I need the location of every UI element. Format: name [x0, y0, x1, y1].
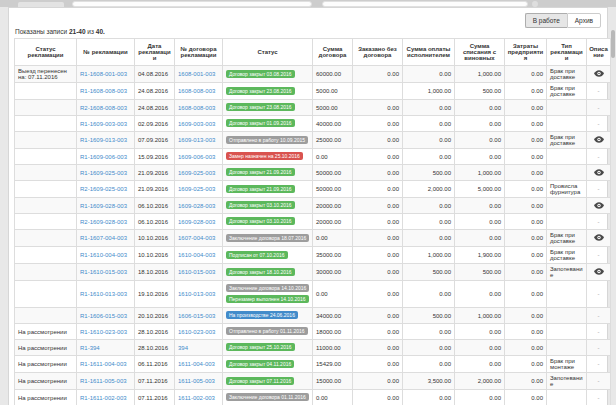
claim-type-cell	[547, 116, 587, 132]
claim-number-link[interactable]: R1-1610-013-003	[80, 291, 127, 297]
scrollbar-thumb[interactable]	[611, 30, 615, 58]
claim-number-link[interactable]: R1-1609-013-003	[80, 137, 127, 143]
contract-number-link[interactable]: 1608-008-003	[178, 105, 215, 111]
contract-number-link[interactable]: 1609-006-003	[178, 154, 215, 160]
expenses-cell: 0.00	[505, 247, 547, 264]
view-description-button[interactable]	[594, 268, 604, 275]
contract-number-link[interactable]: 1610-013-003	[178, 291, 215, 297]
claim-number-link[interactable]: R1-1610-015-003	[80, 269, 127, 275]
ordered-without-cell: 0.00	[353, 149, 403, 165]
claim-number-link[interactable]: R2-1609-028-003	[80, 219, 127, 225]
claim-number-link[interactable]: R1-1608-008-003	[80, 88, 127, 94]
expenses-cell: 0.00	[505, 149, 547, 165]
contract-number-link[interactable]: 1610-015-003	[178, 269, 215, 275]
contract-number-cell: 1611-005-003	[175, 373, 223, 390]
claim-date-cell: 28.10.2016	[135, 340, 175, 356]
claim-number-link[interactable]: R1-1611-005-003	[80, 378, 127, 384]
claim-number-link[interactable]: R1-1611-004-003	[80, 361, 127, 367]
contract-number-link[interactable]: 1609-025-003	[178, 170, 215, 176]
browser-chrome	[0, 0, 616, 7]
claim-type-cell	[547, 390, 587, 405]
writeoff-cell: 500.00	[455, 83, 505, 100]
claim-number-cell: R1-1610-013-003	[77, 281, 135, 308]
claim-number-link[interactable]: R1-1606-015-003	[80, 313, 127, 319]
contract-sum-cell: 20000.00	[313, 198, 353, 214]
payment-executor-cell: 0.00	[403, 281, 455, 308]
description-cell: -	[587, 308, 611, 324]
expenses-cell: 0.00	[505, 356, 547, 373]
writeoff-cell: 0.00	[455, 100, 505, 116]
table-row: На рассмотрении R1-1611-005-003 07.11.20…	[15, 373, 611, 390]
column-header-status: Статус	[223, 39, 313, 66]
view-description-button[interactable]	[594, 202, 604, 209]
claim-status-cell	[15, 308, 77, 324]
claim-number-link[interactable]: R2-1609-025-003	[80, 186, 127, 192]
claim-number-cell: R1-1609-003-003	[77, 116, 135, 132]
contract-number-link[interactable]: 1609-003-003	[178, 121, 215, 127]
claim-number-link[interactable]: R1-1609-003-003	[80, 121, 127, 127]
claim-status-cell: На рассмотрении	[15, 356, 77, 373]
claim-number-link[interactable]: R1-394	[80, 345, 100, 351]
claim-number-link[interactable]: R2-1608-008-003	[80, 105, 127, 111]
view-description-button[interactable]	[594, 234, 604, 241]
contract-number-link[interactable]: 1609-013-003	[178, 137, 215, 143]
expenses-cell: 0.00	[505, 181, 547, 198]
in-work-button[interactable]: В работе	[525, 13, 567, 28]
archive-button[interactable]: Архив	[567, 13, 601, 28]
column-header-claim-no: № рекламации	[77, 39, 135, 66]
writeoff-cell: 0.00	[455, 324, 505, 340]
contract-number-link[interactable]: 394	[178, 345, 188, 351]
claim-number-link[interactable]: R1-1609-028-003	[80, 203, 127, 209]
view-description-button[interactable]	[594, 136, 604, 143]
claim-number-link[interactable]: R1-1609-025-003	[80, 170, 127, 176]
contract-number-link[interactable]: 1611-004-003	[178, 361, 215, 367]
claim-status-cell	[15, 165, 77, 181]
claim-number-cell: R1-1609-025-003	[77, 165, 135, 181]
contract-number-link[interactable]: 1607-004-003	[178, 235, 215, 241]
status-badge: Договор закрыт 04.11.2016	[226, 360, 294, 368]
writeoff-cell: 0.00	[455, 198, 505, 214]
claim-number-link[interactable]: R1-1608-001-003	[80, 71, 127, 77]
claim-number-link[interactable]: R1-1607-004-003	[80, 235, 127, 241]
contract-number-link[interactable]: 1609-028-003	[178, 203, 215, 209]
claim-status-cell	[15, 116, 77, 132]
contract-number-link[interactable]: 1611-002-003	[178, 395, 215, 401]
view-description-button[interactable]	[594, 70, 604, 77]
ordered-without-cell: 0.00	[353, 100, 403, 116]
claim-number-link[interactable]: R1-1610-004-003	[80, 252, 127, 258]
ordered-without-cell	[353, 83, 403, 100]
contract-number-link[interactable]: 1611-005-003	[178, 378, 215, 384]
ordered-without-cell: 0.00	[353, 281, 403, 308]
writeoff-cell: 0.00	[455, 390, 505, 405]
contract-number-link[interactable]: 1609-025-003	[178, 186, 215, 192]
table-row: На рассмотрении R1-1610-023-003 28.10.20…	[15, 324, 611, 340]
claim-number-link[interactable]: R1-1611-002-003	[80, 395, 127, 401]
writeoff-cell: 5,000.00	[455, 181, 505, 198]
contract-number-link[interactable]: 1610-023-003	[178, 329, 215, 335]
contract-sum-cell: 25000.00	[313, 132, 353, 149]
expenses-cell: 0.00	[505, 264, 547, 281]
writeoff-cell: 1,000.00	[455, 308, 505, 324]
claim-number-link[interactable]: R1-1609-006-003	[80, 154, 127, 160]
contract-number-link[interactable]: 1608-001-003	[178, 71, 215, 77]
table-row: R1-1607-004-003 10.10.2016 1607-004-003 …	[15, 230, 611, 247]
contract-number-link[interactable]: 1610-004-003	[178, 252, 215, 258]
status-badges-cell: Договор закрыт 03.10.2016	[223, 214, 313, 230]
contract-number-link[interactable]: 1609-028-003	[178, 219, 215, 225]
contract-number-link[interactable]: 1608-008-003	[178, 88, 215, 94]
ordered-without-cell: 0.00	[353, 340, 403, 356]
description-cell: -	[587, 214, 611, 230]
contract-sum-cell: 40000.00	[313, 116, 353, 132]
writeoff-cell: 0.00	[455, 214, 505, 230]
payment-executor-cell: 0.00	[403, 132, 455, 149]
claim-number-link[interactable]: R1-1610-023-003	[80, 329, 127, 335]
status-badges-cell: Договор закрыт 21.09.2016	[223, 181, 313, 198]
contract-number-link[interactable]: 1606-015-003	[178, 313, 215, 319]
status-badges-cell: Отправлено в работу 10.09.2015	[223, 132, 313, 149]
view-description-button[interactable]	[594, 169, 604, 176]
status-badge: Договор закрыт 03.10.2016	[226, 217, 295, 225]
contract-number-cell: 394	[175, 340, 223, 356]
status-badge: Договор закрыт 25.10.2016	[226, 343, 295, 351]
contract-sum-cell: 34000.00	[313, 308, 353, 324]
expenses-cell: 0.00	[505, 324, 547, 340]
